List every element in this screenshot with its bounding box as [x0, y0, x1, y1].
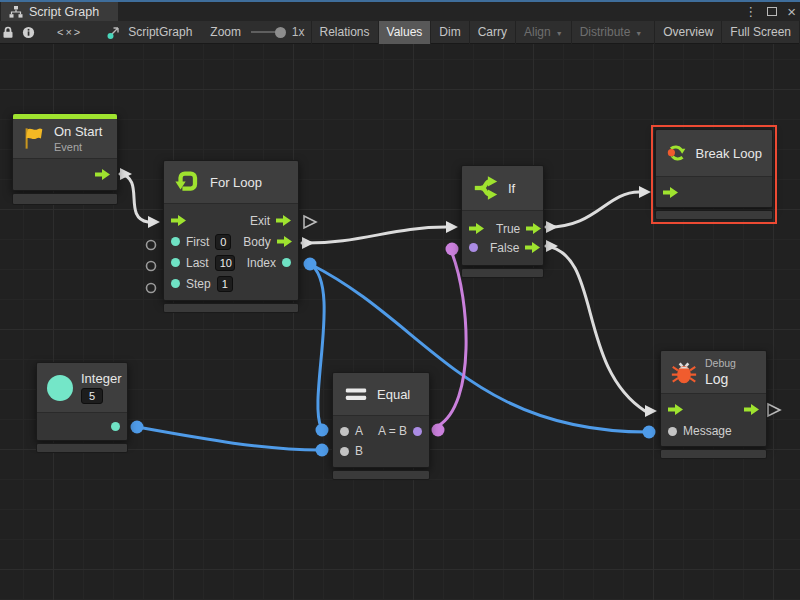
node-footer — [660, 449, 767, 459]
node-subtitle: Event — [54, 141, 102, 153]
relations-button[interactable]: Relations — [311, 21, 378, 44]
tab-script-graph[interactable]: Script Graph — [1, 2, 118, 21]
node-title: If — [508, 181, 515, 196]
port-row-false: False — [462, 238, 543, 257]
exit-port-label: Exit — [250, 214, 270, 228]
window-menu-button[interactable]: ⋮ — [744, 4, 757, 19]
window-maximize-button[interactable] — [767, 7, 777, 16]
port-row-flow — [661, 398, 766, 420]
step-value-field[interactable]: 1 — [217, 276, 233, 292]
break-loop-icon — [666, 139, 688, 167]
last-value-field[interactable]: 10 — [215, 255, 235, 271]
node-title: For Loop — [210, 175, 262, 190]
equals-icon — [343, 382, 369, 406]
value-output-port[interactable] — [111, 422, 120, 431]
graph-canvas[interactable] — [0, 44, 800, 600]
result-output-port[interactable] — [413, 427, 422, 436]
hierarchy-icon — [9, 6, 23, 18]
branch-icon — [472, 174, 500, 202]
node-debug-log[interactable]: Debug Log Message — [660, 350, 767, 459]
condition-input-port[interactable] — [469, 243, 478, 252]
exit-output-port[interactable] — [276, 215, 291, 226]
a-input-port[interactable] — [340, 427, 349, 436]
step-port-label: Step — [186, 277, 211, 291]
port-row-last-index: Last 10 Index — [164, 252, 298, 273]
true-output-port[interactable] — [526, 223, 541, 234]
message-input-port[interactable] — [668, 427, 677, 436]
step-input-port[interactable] — [171, 279, 180, 288]
tab-title: Script Graph — [29, 5, 99, 19]
node-footer — [332, 470, 430, 480]
node-footer — [655, 210, 773, 220]
zoom-slider[interactable] — [251, 31, 284, 33]
b-input-port[interactable] — [340, 447, 349, 456]
port-row-output — [37, 413, 127, 440]
flow-input-port[interactable] — [171, 215, 186, 226]
node-on-start[interactable]: On Start Event — [12, 113, 118, 205]
message-port-label: Message — [683, 424, 732, 438]
index-output-port[interactable] — [282, 258, 291, 267]
integer-value-field[interactable]: 5 — [81, 388, 103, 404]
distribute-label: Distribute — [580, 25, 631, 39]
carry-button[interactable]: Carry — [469, 21, 515, 44]
a-port-label: A — [355, 424, 363, 438]
first-input-port[interactable] — [171, 237, 180, 246]
last-port-label: Last — [186, 256, 209, 270]
unity-visual-scripting-window: Script Graph ⋮ × <×> — [0, 0, 800, 600]
first-port-label: First — [186, 235, 209, 249]
index-port-label: Index — [247, 256, 276, 270]
node-equal[interactable]: Equal A A = B B — [332, 372, 430, 480]
node-title: Break Loop — [696, 146, 763, 161]
window-titlebar: Script Graph ⋮ × — [0, 0, 800, 21]
node-title: Integer — [81, 371, 121, 386]
for-loop-icon — [174, 168, 202, 196]
info-icon-button[interactable] — [22, 21, 35, 44]
lock-icon-button[interactable] — [2, 21, 14, 44]
integer-type-icon — [47, 375, 73, 401]
carry-children-icon-button[interactable]: <×> — [57, 26, 82, 38]
port-row-exit: Exit — [164, 210, 298, 231]
node-break-loop[interactable]: Break Loop — [655, 129, 773, 220]
window-close-button[interactable]: × — [787, 3, 796, 20]
node-title: On Start — [54, 124, 102, 139]
body-port-label: Body — [243, 235, 270, 249]
port-row-first-body: First 0 Body — [164, 231, 298, 252]
node-for-loop[interactable]: For Loop Exit First 0 — [163, 160, 299, 313]
port-row-true: True — [462, 219, 543, 238]
node-title: Equal — [377, 387, 410, 402]
toolbar-button-group: Relations Values Dim Carry Align ▼ Distr… — [311, 21, 800, 44]
align-label: Align — [524, 25, 551, 39]
last-input-port[interactable] — [171, 258, 180, 267]
first-value-field[interactable]: 0 — [215, 234, 231, 250]
chevron-down-icon: ▼ — [635, 30, 642, 37]
zoom-slider-handle[interactable] — [275, 27, 286, 38]
node-footer — [12, 193, 118, 205]
port-row-flow — [656, 177, 772, 207]
port-row-a: A A = B — [333, 421, 429, 441]
body-output-port[interactable] — [277, 236, 292, 247]
flow-input-port[interactable] — [663, 187, 678, 198]
flow-input-port[interactable] — [668, 404, 683, 415]
flow-output-port[interactable] — [744, 404, 759, 415]
chevron-down-icon: ▼ — [556, 30, 563, 37]
overview-button[interactable]: Overview — [654, 21, 721, 44]
dim-button[interactable]: Dim — [430, 21, 468, 44]
graph-name-label[interactable]: ScriptGraph — [128, 25, 192, 39]
node-footer — [163, 303, 299, 313]
false-output-port[interactable] — [525, 242, 540, 253]
values-button[interactable]: Values — [378, 21, 431, 44]
node-integer[interactable]: Integer 5 — [36, 362, 128, 453]
b-port-label: B — [355, 444, 363, 458]
distribute-dropdown[interactable]: Distribute ▼ — [571, 21, 651, 44]
trigger-output-port[interactable] — [95, 169, 110, 180]
script-graph-icon — [106, 25, 122, 40]
lock-icon — [2, 26, 14, 39]
window-focus-accent — [0, 0, 800, 2]
align-dropdown[interactable]: Align ▼ — [515, 21, 571, 44]
flow-input-port[interactable] — [469, 223, 484, 234]
node-footer — [36, 443, 128, 453]
fullscreen-button[interactable]: Full Screen — [721, 21, 800, 44]
window-controls: ⋮ × — [744, 2, 796, 20]
port-row-b: B — [333, 441, 429, 461]
node-if[interactable]: If True False — [461, 165, 544, 278]
